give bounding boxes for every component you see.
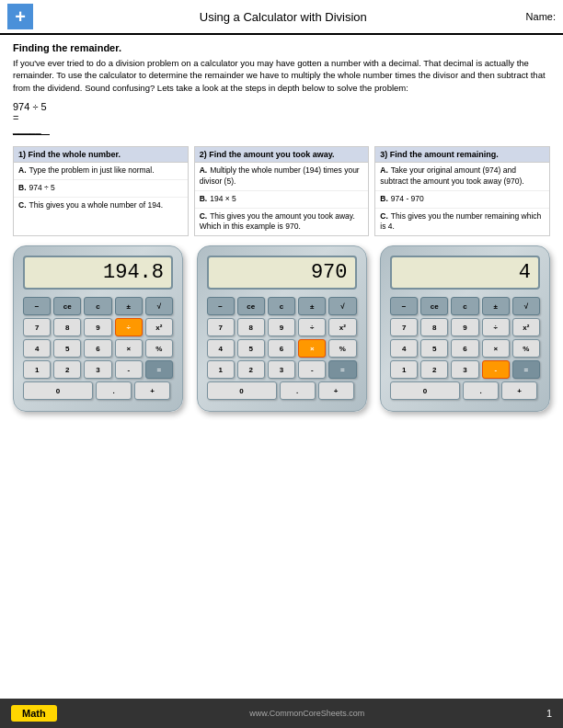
calc-btn-sqrt[interactable]: √ bbox=[145, 297, 173, 315]
instruction-3-item-c: C.This gives you the number remaining wh… bbox=[375, 209, 549, 236]
calc-btn-ce[interactable]: ce bbox=[53, 297, 81, 315]
calc3-btn-sub[interactable]: - bbox=[482, 360, 510, 379]
calc3-btn-eq[interactable]: = bbox=[512, 360, 540, 379]
footer-url: www.CommonCoreSheets.com bbox=[68, 709, 546, 718]
calc3-btn-0[interactable]: 0 bbox=[390, 381, 460, 400]
calc-btn-2[interactable]: 2 bbox=[53, 360, 81, 379]
plus-icon bbox=[7, 4, 33, 29]
calc3-btn-dot[interactable]: . bbox=[463, 381, 499, 400]
page-header: Using a Calculator with Division Name: bbox=[0, 0, 563, 35]
calc2-btn-7[interactable]: 7 bbox=[207, 318, 235, 336]
calc-btn-8[interactable]: 8 bbox=[53, 318, 81, 336]
calc2-btn-5[interactable]: 5 bbox=[237, 339, 265, 358]
calc2-btn-xsq[interactable]: x² bbox=[328, 318, 356, 336]
calc2-btn-plusminus[interactable]: ± bbox=[298, 297, 326, 315]
name-label: Name: bbox=[526, 11, 556, 22]
calc-btn-4[interactable]: 4 bbox=[23, 339, 51, 358]
calc3-btn-times[interactable]: × bbox=[482, 339, 510, 358]
calc-btn-divide[interactable]: ÷ bbox=[115, 318, 143, 336]
calc-btn-xsq[interactable]: x² bbox=[145, 318, 173, 336]
instruction-3-item-b: B.974 - 970 bbox=[375, 191, 549, 209]
calc2-btn-8[interactable]: 8 bbox=[237, 318, 265, 336]
calc-1-buttons: − ce c ± √ 7 8 9 ÷ x² 4 5 6 × bbox=[23, 297, 173, 400]
calc-btn-dot[interactable]: . bbox=[96, 381, 132, 400]
section-title: Finding the remainder. bbox=[13, 42, 550, 53]
calc2-btn-minus[interactable]: − bbox=[207, 297, 235, 315]
calc-3-display: 4 bbox=[390, 256, 540, 290]
calc3-btn-divide[interactable]: ÷ bbox=[482, 318, 510, 336]
calc-btn-sub[interactable]: - bbox=[115, 360, 143, 379]
calc2-btn-c[interactable]: c bbox=[268, 297, 295, 315]
calc-btn-7[interactable]: 7 bbox=[23, 318, 51, 336]
calc-btn-plus[interactable]: + bbox=[134, 381, 170, 400]
calc-btn-6[interactable]: 6 bbox=[84, 339, 111, 358]
calc3-btn-plusminus[interactable]: ± bbox=[482, 297, 510, 315]
calc2-btn-dot[interactable]: . bbox=[280, 381, 316, 400]
calc3-btn-9[interactable]: 9 bbox=[451, 318, 478, 336]
calc-btn-0[interactable]: 0 bbox=[23, 381, 93, 400]
instruction-1-item-b: B.974 ÷ 5 bbox=[14, 180, 188, 198]
calc2-btn-sub[interactable]: - bbox=[298, 360, 326, 379]
calc3-btn-3[interactable]: 3 bbox=[451, 360, 478, 379]
calc-btn-9[interactable]: 9 bbox=[84, 318, 111, 336]
calc2-btn-divide[interactable]: ÷ bbox=[298, 318, 326, 336]
calc2-btn-sqrt[interactable]: √ bbox=[328, 297, 356, 315]
calc3-btn-8[interactable]: 8 bbox=[420, 318, 448, 336]
calc3-btn-c[interactable]: c bbox=[451, 297, 478, 315]
calc3-btn-xsq[interactable]: x² bbox=[512, 318, 540, 336]
calculators-row: 194.8 − ce c ± √ 7 8 9 ÷ x² 4 bbox=[13, 245, 550, 412]
instruction-box-3: 3) Find the amount remaining. A.Take you… bbox=[374, 146, 550, 236]
calc-btn-minus[interactable]: − bbox=[23, 297, 51, 315]
calc3-btn-6[interactable]: 6 bbox=[451, 339, 478, 358]
calc2-btn-times[interactable]: × bbox=[298, 339, 326, 358]
calc3-btn-sqrt[interactable]: √ bbox=[512, 297, 540, 315]
calc2-btn-3[interactable]: 3 bbox=[268, 360, 295, 379]
calc3-btn-4[interactable]: 4 bbox=[390, 339, 418, 358]
instruction-2-item-b: B.194 × 5 bbox=[195, 191, 369, 209]
problem-equation: 974 ÷ 5 = _____ bbox=[13, 101, 550, 135]
calc-btn-eq[interactable]: = bbox=[145, 360, 173, 379]
calc-btn-c[interactable]: c bbox=[84, 297, 111, 315]
calc3-btn-minus[interactable]: − bbox=[390, 297, 418, 315]
instruction-2-item-a: A.Multiply the whole number (194) times … bbox=[195, 163, 369, 191]
page-footer: Math www.CommonCoreSheets.com 1 bbox=[0, 699, 563, 728]
calc2-btn-6[interactable]: 6 bbox=[268, 339, 295, 358]
calc2-btn-eq[interactable]: = bbox=[328, 360, 356, 379]
calc3-btn-plus[interactable]: + bbox=[501, 381, 537, 400]
calc-2-buttons: − ce c ± √ 7 8 9 ÷ x² 4 5 6 × bbox=[207, 297, 357, 400]
page-title: Using a Calculator with Division bbox=[40, 10, 526, 24]
calc-btn-plusminus[interactable]: ± bbox=[115, 297, 143, 315]
calc-btn-3[interactable]: 3 bbox=[84, 360, 111, 379]
calc2-btn-1[interactable]: 1 bbox=[207, 360, 235, 379]
calc3-btn-percent[interactable]: % bbox=[512, 339, 540, 358]
calc-btn-5[interactable]: 5 bbox=[53, 339, 81, 358]
calc2-btn-percent[interactable]: % bbox=[328, 339, 356, 358]
instruction-box-2: 2) Find the amount you took away. A.Mult… bbox=[194, 146, 370, 236]
calc3-btn-2[interactable]: 2 bbox=[420, 360, 448, 379]
main-content: Finding the remainder. If you've ever tr… bbox=[0, 35, 563, 419]
instruction-box-1: 1) Find the whole number. A.Type the pro… bbox=[13, 146, 189, 236]
calc3-btn-ce[interactable]: ce bbox=[420, 297, 448, 315]
instruction-row: 1) Find the whole number. A.Type the pro… bbox=[13, 146, 550, 236]
calc3-btn-1[interactable]: 1 bbox=[390, 360, 418, 379]
calc2-btn-plus[interactable]: + bbox=[318, 381, 354, 400]
calculator-2: 970 − ce c ± √ 7 8 9 ÷ x² 4 bbox=[197, 245, 367, 412]
calc2-btn-ce[interactable]: ce bbox=[237, 297, 265, 315]
calc-btn-times[interactable]: × bbox=[115, 339, 143, 358]
footer-page: 1 bbox=[546, 708, 552, 719]
calc2-btn-0[interactable]: 0 bbox=[207, 381, 277, 400]
calc-3-buttons: − ce c ± √ 7 8 9 ÷ x² 4 5 6 × bbox=[390, 297, 540, 400]
calc3-btn-5[interactable]: 5 bbox=[420, 339, 448, 358]
calculator-1: 194.8 − ce c ± √ 7 8 9 ÷ x² 4 bbox=[13, 245, 183, 412]
calc2-btn-9[interactable]: 9 bbox=[268, 318, 295, 336]
instruction-3-item-a: A.Take your original amount (974) and su… bbox=[375, 163, 549, 191]
calc3-btn-7[interactable]: 7 bbox=[390, 318, 418, 336]
calc-1-display: 194.8 bbox=[23, 256, 173, 290]
calc2-btn-2[interactable]: 2 bbox=[237, 360, 265, 379]
calc2-btn-4[interactable]: 4 bbox=[207, 339, 235, 358]
instruction-1-item-a: A.Type the problem in just like normal. bbox=[14, 163, 188, 180]
calc-btn-percent[interactable]: % bbox=[145, 339, 173, 358]
instruction-box-1-header: 1) Find the whole number. bbox=[14, 147, 188, 163]
calc-btn-1[interactable]: 1 bbox=[23, 360, 51, 379]
calculator-3: 4 − ce c ± √ 7 8 9 ÷ x² 4 bbox=[380, 245, 550, 412]
